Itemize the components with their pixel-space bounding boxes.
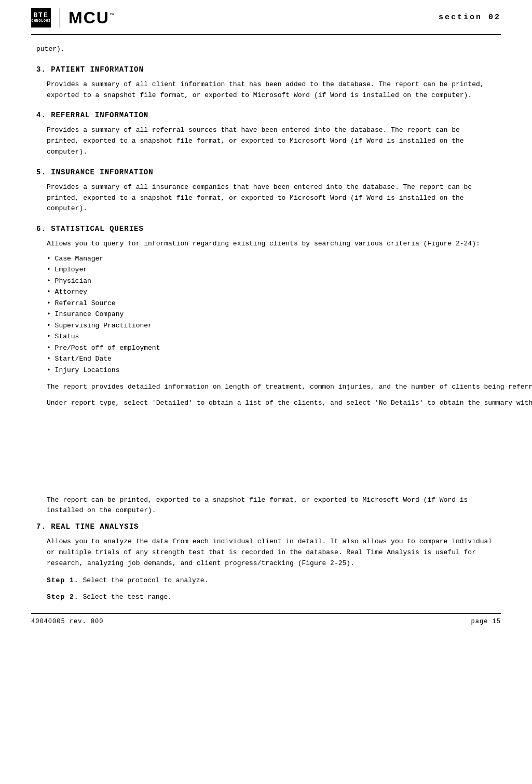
- section-6: 6. STATISTICAL QUERIES Allows you to que…: [36, 224, 496, 516]
- post-stat-text: The report can be printed, exported to a…: [47, 495, 496, 517]
- list-item: Referral Source: [47, 298, 532, 309]
- section-6-title: 6. STATISTICAL QUERIES: [36, 224, 496, 235]
- list-item: Status: [47, 331, 532, 342]
- step-1-label: Step 1.: [47, 576, 79, 584]
- list-item: Insurance Company: [47, 309, 532, 320]
- section-7-title: 7. REAL TIME ANALYSIS: [36, 521, 496, 532]
- section-3-number: 3.: [36, 65, 51, 74]
- section-3-title: 3. PATIENT INFORMATION: [36, 64, 496, 75]
- section-6-number: 6.: [36, 225, 51, 233]
- stat-detail-text: The report provides detailed information…: [47, 382, 532, 393]
- section-7-heading: REAL TIME ANALYSIS: [51, 522, 139, 531]
- list-item: Case Manager: [47, 253, 532, 265]
- section-4-body: Provides a summary of all referral sourc…: [47, 125, 496, 157]
- section-4-number: 4.: [36, 111, 51, 119]
- stat-criteria-list: Case ManagerEmployerPhysicianAttorneyRef…: [47, 253, 532, 376]
- list-item: Attorney: [47, 286, 532, 298]
- footer-left: 40040005 rev. 000: [31, 617, 103, 626]
- section-4-title: 4. REFERRAL INFORMATION: [36, 110, 496, 121]
- section-5: 5. INSURANCE INFORMATION Provides a summ…: [36, 167, 496, 214]
- section-3: 3. PATIENT INFORMATION Provides a summar…: [36, 64, 496, 101]
- section-3-heading: PATIENT INFORMATION: [51, 65, 144, 74]
- section-7-intro: Allows you to analyze the data from each…: [47, 537, 496, 569]
- page-header: BTE TECHNOLOGIES MCU™ section 02: [31, 0, 501, 35]
- step-2-line: Step 2. Select the test range.: [47, 592, 496, 603]
- section-6-body: Allows you to query for information rega…: [47, 239, 496, 516]
- page-footer: 40040005 rev. 000 page 15: [31, 613, 501, 626]
- section-label: section 02: [439, 12, 501, 24]
- mcu-logo: MCU™: [69, 5, 116, 30]
- section-5-heading: INSURANCE INFORMATION: [51, 168, 153, 176]
- list-item: Pre/Post off of employment: [47, 342, 532, 354]
- section-5-body: Provides a summary of all insurance comp…: [47, 182, 496, 214]
- logo-group: BTE TECHNOLOGIES MCU™: [31, 5, 116, 30]
- list-item: Start/End Date: [47, 353, 532, 365]
- section-6-heading: STATISTICAL QUERIES: [51, 225, 144, 233]
- step-2-text-val: Select the test range.: [83, 593, 172, 601]
- steps-container: Step 1. Select the protocol to analyze. …: [47, 575, 496, 603]
- section-7-number: 7.: [36, 522, 51, 531]
- section-5-number: 5.: [36, 168, 51, 176]
- section-7-body: Allows you to analyze the data from each…: [47, 537, 496, 603]
- intro-text: puter).: [36, 44, 496, 55]
- logo-divider: [59, 8, 60, 27]
- section-7: 7. REAL TIME ANALYSIS Allows you to anal…: [36, 521, 496, 603]
- stat-layout: Case ManagerEmployerPhysicianAttorneyRef…: [47, 253, 496, 488]
- list-item: Injury Locations: [47, 365, 532, 376]
- section-3-body: Provides a summary of all client informa…: [47, 79, 496, 101]
- stat-under-text: Under report type, select 'Detailed' to …: [47, 398, 532, 409]
- bte-box: BTE TECHNOLOGIES: [31, 8, 51, 27]
- list-item: Supervising Practitioner: [47, 320, 532, 332]
- list-item: Employer: [47, 264, 532, 276]
- footer-right: page 15: [471, 617, 501, 626]
- section-4-heading: REFERRAL INFORMATION: [51, 111, 148, 119]
- step-1-text-val: Select the protocol to analyze.: [83, 576, 208, 584]
- section-4: 4. REFERRAL INFORMATION Provides a summa…: [36, 110, 496, 157]
- bte-logo: BTE TECHNOLOGIES: [31, 8, 51, 27]
- section-5-title: 5. INSURANCE INFORMATION: [36, 167, 496, 178]
- main-content: puter). 3. PATIENT INFORMATION Provides …: [31, 44, 501, 603]
- stat-list: Case ManagerEmployerPhysicianAttorneyRef…: [47, 253, 532, 409]
- list-item: Physician: [47, 276, 532, 287]
- section-6-intro: Allows you to query for information rega…: [47, 239, 496, 249]
- step-1-line: Step 1. Select the protocol to analyze.: [47, 575, 496, 586]
- step-2-label: Step 2.: [47, 593, 79, 601]
